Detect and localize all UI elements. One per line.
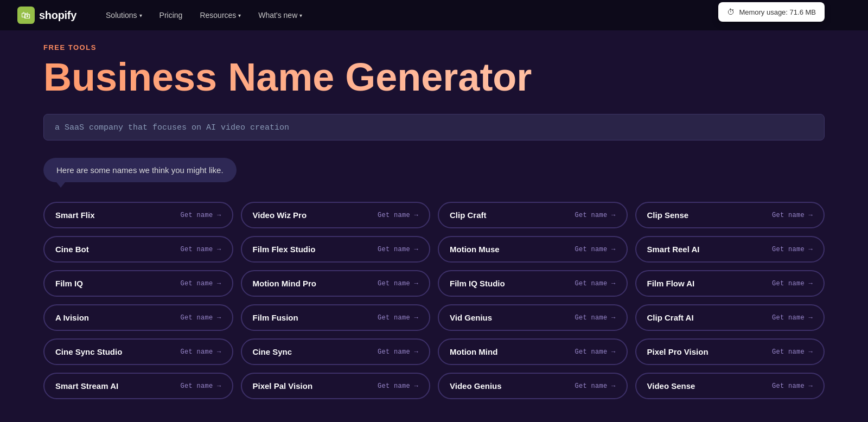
name-card[interactable]: Vid GeniusGet name → xyxy=(438,304,628,331)
name-card[interactable]: Smart Stream AIGet name → xyxy=(43,373,233,399)
name-card-label: Motion Mind xyxy=(450,347,497,356)
get-name-button[interactable]: Get name → xyxy=(772,382,813,390)
name-card-label: Film Flex Studio xyxy=(253,245,316,254)
chevron-down-icon: ▾ xyxy=(299,12,302,18)
get-name-button[interactable]: Get name → xyxy=(575,212,615,219)
nav-whats-new[interactable]: What's new ▾ xyxy=(251,7,310,24)
get-name-button[interactable]: Get name → xyxy=(575,280,615,287)
name-card[interactable]: Video GeniusGet name → xyxy=(438,373,628,399)
name-card-label: Film IQ xyxy=(55,279,83,288)
logo-text: shopify xyxy=(39,9,76,22)
get-name-button[interactable]: Get name → xyxy=(180,280,221,287)
name-card[interactable]: Pixel Pro VisionGet name → xyxy=(635,338,825,365)
name-card-label: Pixel Pro Vision xyxy=(647,347,709,356)
memory-icon: ⏱ xyxy=(727,8,735,16)
name-card[interactable]: Film Flow AIGet name → xyxy=(635,270,825,297)
get-name-button[interactable]: Get name → xyxy=(772,280,813,287)
shopify-bag-icon: 🛍 xyxy=(17,7,35,24)
name-card[interactable]: Cine Sync StudioGet name → xyxy=(43,338,233,365)
get-name-button[interactable]: Get name → xyxy=(180,348,221,356)
get-name-button[interactable]: Get name → xyxy=(378,212,418,219)
name-card-label: Clip Craft AI xyxy=(647,313,694,322)
get-name-button[interactable]: Get name → xyxy=(378,314,418,322)
name-card[interactable]: A IvisionGet name → xyxy=(43,304,233,331)
get-name-button[interactable]: Get name → xyxy=(575,314,615,322)
name-card[interactable]: Motion MindGet name → xyxy=(438,338,628,365)
name-card[interactable]: Video SenseGet name → xyxy=(635,373,825,399)
get-name-button[interactable]: Get name → xyxy=(378,280,418,287)
name-card[interactable]: Smart Reel AIGet name → xyxy=(635,236,825,263)
name-card[interactable]: Motion MuseGet name → xyxy=(438,236,628,263)
name-card-label: Clip Sense xyxy=(647,210,689,220)
get-name-button[interactable]: Get name → xyxy=(180,212,221,219)
name-card[interactable]: Film Flex StudioGet name → xyxy=(241,236,431,263)
nav-pricing[interactable]: Pricing xyxy=(152,7,190,24)
get-name-button[interactable]: Get name → xyxy=(180,246,221,253)
name-card-label: Clip Craft xyxy=(450,210,487,220)
name-card[interactable]: Clip Craft AIGet name → xyxy=(635,304,825,331)
chevron-down-icon: ▾ xyxy=(238,12,241,18)
name-card-label: Film IQ Studio xyxy=(450,279,505,288)
page-title: Business Name Generator xyxy=(43,56,825,99)
memory-text: Memory usage: 71.6 MB xyxy=(739,8,816,16)
main-content: FREE TOOLS Business Name Generator Here … xyxy=(0,30,868,421)
nav-resources[interactable]: Resources ▾ xyxy=(192,7,248,24)
get-name-button[interactable]: Get name → xyxy=(575,348,615,356)
name-card[interactable]: Film FusionGet name → xyxy=(241,304,431,331)
name-card-label: Film Fusion xyxy=(253,313,298,322)
get-name-button[interactable]: Get name → xyxy=(575,246,615,253)
name-card[interactable]: Smart FlixGet name → xyxy=(43,202,233,228)
name-card-label: Pixel Pal Vision xyxy=(253,381,313,391)
name-card-label: Smart Flix xyxy=(55,210,95,220)
name-card-label: Cine Sync Studio xyxy=(55,347,122,356)
get-name-button[interactable]: Get name → xyxy=(378,382,418,390)
name-card-label: Cine Sync xyxy=(253,347,292,356)
search-input[interactable] xyxy=(55,123,813,132)
get-name-button[interactable]: Get name → xyxy=(575,382,615,390)
name-card[interactable]: Cine BotGet name → xyxy=(43,236,233,263)
name-card-label: Smart Reel AI xyxy=(647,245,700,254)
get-name-button[interactable]: Get name → xyxy=(772,348,813,356)
get-name-button[interactable]: Get name → xyxy=(772,212,813,219)
chevron-down-icon: ▾ xyxy=(139,12,142,18)
free-tools-label: FREE TOOLS xyxy=(43,43,825,52)
search-container xyxy=(43,114,825,140)
name-card-label: Film Flow AI xyxy=(647,279,695,288)
svg-text:🛍: 🛍 xyxy=(21,10,31,21)
navbar: 🛍 shopify Solutions ▾ Pricing Resources … xyxy=(0,0,868,30)
name-card[interactable]: Cine SyncGet name → xyxy=(241,338,431,365)
nav-solutions[interactable]: Solutions ▾ xyxy=(98,7,150,24)
name-card-label: Video Genius xyxy=(450,381,502,391)
get-name-button[interactable]: Get name → xyxy=(378,246,418,253)
name-card-label: Motion Muse xyxy=(450,245,500,254)
name-card[interactable]: Pixel Pal VisionGet name → xyxy=(241,373,431,399)
name-card-label: Vid Genius xyxy=(450,313,492,322)
name-card[interactable]: Clip SenseGet name → xyxy=(635,202,825,228)
name-card-label: Cine Bot xyxy=(55,245,89,254)
name-card-label: A Ivision xyxy=(55,313,89,322)
get-name-button[interactable]: Get name → xyxy=(378,348,418,356)
name-card[interactable]: Motion Mind ProGet name → xyxy=(241,270,431,297)
suggestion-bubble: Here are some names we think you might l… xyxy=(43,158,237,182)
get-name-button[interactable]: Get name → xyxy=(180,314,221,322)
name-card[interactable]: Film IQ StudioGet name → xyxy=(438,270,628,297)
names-grid: Smart FlixGet name →Video Wiz ProGet nam… xyxy=(43,202,825,399)
get-name-button[interactable]: Get name → xyxy=(772,246,813,253)
get-name-button[interactable]: Get name → xyxy=(180,382,221,390)
memory-popup: ⏱ Memory usage: 71.6 MB xyxy=(718,2,825,22)
nav-links: Solutions ▾ Pricing Resources ▾ What's n… xyxy=(98,7,310,24)
name-card-label: Video Sense xyxy=(647,381,695,391)
name-card[interactable]: Clip CraftGet name → xyxy=(438,202,628,228)
name-card-label: Smart Stream AI xyxy=(55,381,118,391)
name-card-label: Motion Mind Pro xyxy=(253,279,316,288)
get-name-button[interactable]: Get name → xyxy=(772,314,813,322)
name-card[interactable]: Film IQGet name → xyxy=(43,270,233,297)
shopify-logo[interactable]: 🛍 shopify xyxy=(17,7,76,24)
name-card-label: Video Wiz Pro xyxy=(253,210,307,220)
name-card[interactable]: Video Wiz ProGet name → xyxy=(241,202,431,228)
